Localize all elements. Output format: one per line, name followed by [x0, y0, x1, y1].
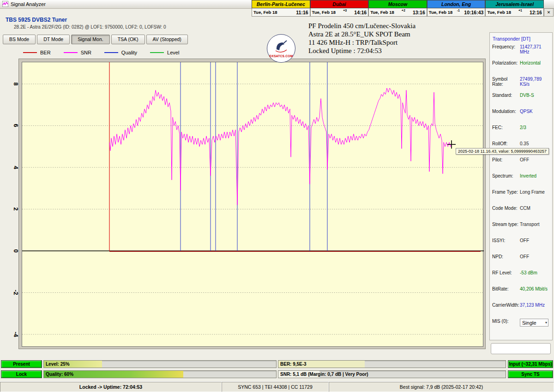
clock-date: Tue, Feb 18 — [429, 10, 453, 15]
tp-row-standard: Standard: DVB-S — [490, 92, 552, 108]
level-progress-bar: Level: 25% — [43, 360, 277, 368]
clock-date: Tue, Feb 18 — [370, 10, 394, 15]
tab-signal-mon[interactable]: Signal Mon. — [71, 35, 109, 44]
tp-label: Polarization: — [492, 60, 520, 65]
transponder-panel: Transponder [DT] Frequency: 11427,371 MH… — [489, 32, 553, 340]
clock-utc-offset: -1 — [457, 9, 460, 12]
tp-row-stream-type: Stream type: Transport — [490, 221, 552, 237]
clock-utc-offset: +2 — [402, 9, 405, 12]
ber-progress-label: BER: 9,5E-3 — [280, 362, 307, 367]
mis-dropdown-value: Single — [522, 320, 536, 326]
level-progress-label: Level: 25% — [46, 362, 70, 367]
clocks-close-button[interactable]: ✕ — [544, 8, 554, 17]
side-empty-box — [491, 343, 551, 354]
mis-dropdown[interactable]: Single ▾ — [520, 319, 548, 327]
chevron-down-icon: ▾ — [545, 321, 547, 325]
tp-label: RollOff: — [492, 141, 520, 146]
tp-row-issyi: ISSYI: OFF — [490, 237, 552, 253]
ber-line-swatch — [23, 52, 37, 53]
tp-label: Frame Type: — [492, 190, 520, 195]
clock-time: 13:16 — [413, 10, 425, 15]
tab-av[interactable]: AV (Stopped) — [146, 35, 188, 44]
clock-time: 12:16 — [530, 10, 542, 15]
y-axis-label: -4 — [13, 330, 19, 339]
legend-snr: SNR — [64, 50, 91, 55]
tp-row-fec: FEC: 2/3 — [490, 124, 552, 140]
transponder-header: Transponder [DT] — [490, 33, 552, 43]
clock-city-label: Berlin-Paris-Lučenec — [252, 0, 310, 8]
signal-chart-panel: 8 6 4 2 0 -2 -4 2025-02-18 11.16.43, val… — [18, 59, 486, 349]
y-axis-label: 4 — [13, 163, 19, 172]
level-line-swatch — [150, 52, 164, 53]
tp-row-pilot: Pilot: OFF — [490, 156, 552, 172]
snr-progress-label: SNR: 5,1 dB (Margin: 0,7 dB | Very Poor) — [280, 372, 368, 377]
tp-value: 37,123 MHz — [520, 303, 550, 308]
present-indicator: Present — [1, 360, 42, 368]
y-axis-label: 6 — [13, 121, 19, 130]
tp-row-bitrate: BitRate: 40,206 Mbit/s — [490, 285, 552, 302]
tp-value: OFF — [520, 157, 550, 162]
tp-value: Transport — [520, 222, 550, 227]
tp-label: Symbol Rate: — [492, 77, 520, 87]
tp-label: NPD: — [492, 254, 520, 259]
window-title: Signal Analyzer — [11, 1, 46, 7]
tp-row-rf-level: RF Level: -53 dBm — [490, 269, 552, 285]
tp-value: 2/3 — [520, 125, 550, 130]
clock-london: London, Eng Tue, Feb 18 -1 10:16:43 — [427, 0, 486, 17]
clock-city-label: London, Eng — [427, 0, 486, 8]
snr-line-swatch — [64, 52, 78, 53]
statusbar: Locked -> Uptime: 72:04:53 SYNC 653 | TE… — [0, 381, 554, 392]
tp-value: Horizontal — [520, 60, 550, 65]
clock-city-label: Dubai — [310, 0, 369, 8]
sync-ts-indicator: Sync TS — [508, 370, 553, 378]
annotation-block: PF Prodelin 450 cm/Lučenec-Slovakia Astr… — [308, 22, 416, 55]
tp-row-spectrum: Spectrum: Inverted — [490, 172, 552, 189]
tp-value: QPSK — [520, 109, 550, 114]
tp-value: Inverted — [520, 173, 550, 178]
annotation-line: 11 426 MHz-H : TRP/TalkSport — [308, 38, 416, 47]
y-axis-label: -2 — [13, 288, 19, 297]
tp-row-symbol-rate: Symbol Rate: 27499,789 KS/s — [490, 76, 552, 92]
y-axis-label: 8 — [13, 80, 19, 88]
clock-jerusalem: Jerusalem-Israel Tue, Feb 18 +1 12:16 — [485, 0, 544, 17]
tp-row-frame-type: Frame Type: Long Frame — [490, 189, 552, 205]
tab-tsa[interactable]: TSA (OK) — [111, 35, 145, 44]
tuner-subtitle: 28.2E - Astra 2E/2F/2G (ID: 0282) @ LOF1… — [14, 24, 166, 30]
tp-row-carrier-width: CarrierWidth: 37,123 MHz — [490, 302, 552, 318]
app-icon — [2, 1, 8, 8]
clock-time: 14:16 — [354, 10, 367, 15]
tab-bs-mode[interactable]: BS Mode — [3, 35, 36, 44]
tp-value: 27499,789 KS/s — [520, 77, 550, 87]
tab-dt-mode[interactable]: DT Mode — [37, 35, 70, 44]
clock-utc-offset: +3 — [343, 9, 347, 12]
statusbar-sync-counters: SYNC 653 | TEI 44308 | CC 11729 — [222, 382, 329, 392]
clock-date: Tue, Feb 18 — [253, 10, 277, 15]
statusbar-uptime: Locked -> Uptime: 72:04:53 — [0, 382, 222, 392]
annotation-line: PF Prodelin 450 cm/Lučenec-Slovakia — [308, 22, 416, 30]
signal-traces — [22, 62, 484, 347]
tp-row-frequency: Frequency: 11427,371 MHz — [490, 43, 552, 59]
legend-quality: Quality — [104, 50, 137, 55]
annotation-line: Locked Uptime : 72:04:53 — [308, 47, 416, 55]
clock-moscow: Moscow Tue, Feb 18 +2 13:16 — [368, 0, 427, 17]
tp-row-npd: NPD: OFF — [490, 253, 552, 269]
tuner-title: TBS 5925 DVBS2 Tuner — [6, 17, 67, 23]
clock-city-label: Moscow — [368, 0, 427, 8]
lock-indicator: Lock — [1, 370, 42, 378]
y-axis-label: 0 — [13, 247, 19, 255]
tp-value: DVB-S — [520, 93, 550, 98]
input-indicator: Input (~32,31 Mbps) — [508, 360, 553, 368]
tp-value: 40,206 Mbit/s — [520, 286, 550, 291]
tp-value: -53 dBm — [520, 270, 550, 275]
clock-city-label: Jerusalem-Israel — [485, 0, 544, 8]
dxsatcs-logo: DXSATCS.COM — [267, 34, 295, 63]
quality-line-swatch — [104, 52, 118, 53]
signal-plot[interactable]: 8 6 4 2 0 -2 -4 2025-02-18 11.16.43, val… — [22, 62, 483, 347]
clock-time: 11:16 — [296, 10, 308, 15]
tp-label: MIS (0): — [492, 319, 520, 324]
statusbar-best-signal: Best signal: 7,9 dB (2025-02-17 20:42) — [329, 382, 554, 392]
tp-label: Stream type: — [492, 222, 520, 227]
chart-legend: BER SNR Quality Level — [23, 50, 179, 55]
tp-row-modulation: Modulation: QPSK — [490, 108, 552, 124]
satellite-dish-icon — [273, 40, 289, 54]
